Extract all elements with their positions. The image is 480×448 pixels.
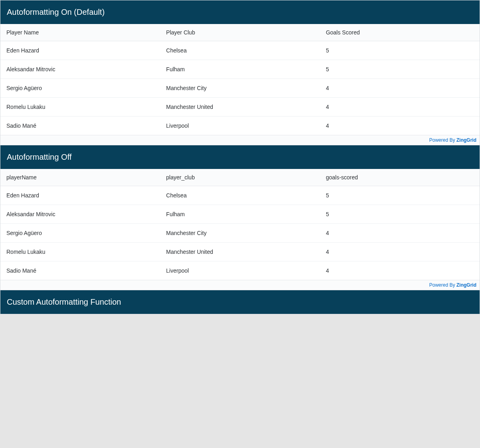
grid-header-row: Player Name Player Club Goals Scored: [0, 24, 480, 41]
grid-footer: Powered By ZingGrid: [0, 280, 480, 290]
cell-goals-scored: 4: [320, 261, 480, 280]
table-row[interactable]: Aleksandar Mitrovic Fulham 5: [0, 60, 480, 79]
grid-body: Eden Hazard Chelsea 5 Aleksandar Mitrovi…: [0, 186, 480, 280]
cell-goals-scored: 4: [320, 117, 480, 135]
cell-goals-scored: 4: [320, 79, 480, 97]
cell-goals-scored: 5: [320, 186, 480, 205]
cell-player-club: Chelsea: [160, 186, 320, 205]
table-row[interactable]: Aleksandar Mitrovic Fulham 5: [0, 205, 480, 224]
column-header-player-name[interactable]: Player Name: [0, 24, 160, 41]
cell-player-club: Fulham: [160, 60, 320, 78]
cell-player-name: Sergio Agüero: [0, 224, 160, 242]
cell-goals-scored: 4: [320, 224, 480, 242]
cell-goals-scored: 4: [320, 243, 480, 261]
cell-player-club: Manchester United: [160, 243, 320, 261]
table-row[interactable]: Eden Hazard Chelsea 5: [0, 186, 480, 205]
grid-autoformatting-on: Autoformatting On (Default) Player Name …: [0, 0, 480, 145]
cell-player-club: Chelsea: [160, 41, 320, 60]
cell-player-club: Liverpool: [160, 117, 320, 135]
cell-player-name: Eden Hazard: [0, 41, 160, 60]
column-header-player-club[interactable]: player_club: [160, 169, 320, 186]
cell-player-club: Manchester City: [160, 224, 320, 242]
cell-goals-scored: 5: [320, 60, 480, 78]
cell-player-club: Manchester City: [160, 79, 320, 97]
table-row[interactable]: Romelu Lukaku Manchester United 4: [0, 243, 480, 261]
cell-player-name: Aleksandar Mitrovic: [0, 205, 160, 223]
column-header-player-club[interactable]: Player Club: [160, 24, 320, 41]
table-row[interactable]: Sadio Mané Liverpool 4: [0, 261, 480, 280]
grid-caption: Autoformatting On (Default): [0, 0, 480, 24]
grid-header-row: playerName player_club goals-scored: [0, 169, 480, 186]
cell-player-name: Sergio Agüero: [0, 79, 160, 97]
powered-by-link[interactable]: Powered By ZingGrid: [429, 137, 476, 143]
grid-custom-autoformatting-caption: Custom Autoformatting Function: [0, 290, 480, 314]
table-row[interactable]: Eden Hazard Chelsea 5: [0, 41, 480, 60]
column-header-goals-scored[interactable]: Goals Scored: [320, 24, 480, 41]
grid-caption: Autoformatting Off: [0, 145, 480, 169]
powered-by-link[interactable]: Powered By ZingGrid: [429, 282, 476, 288]
cell-player-name: Romelu Lukaku: [0, 243, 160, 261]
cell-player-name: Romelu Lukaku: [0, 98, 160, 116]
grid-footer: Powered By ZingGrid: [0, 135, 480, 145]
cell-player-club: Manchester United: [160, 98, 320, 116]
cell-player-name: Sadio Mané: [0, 261, 160, 280]
cell-goals-scored: 5: [320, 205, 480, 223]
cell-player-name: Aleksandar Mitrovic: [0, 60, 160, 78]
table-row[interactable]: Sadio Mané Liverpool 4: [0, 117, 480, 135]
cell-player-name: Eden Hazard: [0, 186, 160, 205]
grid-autoformatting-off: Autoformatting Off playerName player_clu…: [0, 145, 480, 290]
cell-goals-scored: 4: [320, 98, 480, 116]
table-row[interactable]: Sergio Agüero Manchester City 4: [0, 224, 480, 243]
cell-player-club: Liverpool: [160, 261, 320, 280]
table-row[interactable]: Sergio Agüero Manchester City 4: [0, 79, 480, 98]
cell-player-club: Fulham: [160, 205, 320, 223]
cell-player-name: Sadio Mané: [0, 117, 160, 135]
grid-body: Eden Hazard Chelsea 5 Aleksandar Mitrovi…: [0, 41, 480, 135]
column-header-playername[interactable]: playerName: [0, 169, 160, 186]
cell-goals-scored: 5: [320, 41, 480, 60]
table-row[interactable]: Romelu Lukaku Manchester United 4: [0, 98, 480, 117]
column-header-goals-scored[interactable]: goals-scored: [320, 169, 480, 186]
